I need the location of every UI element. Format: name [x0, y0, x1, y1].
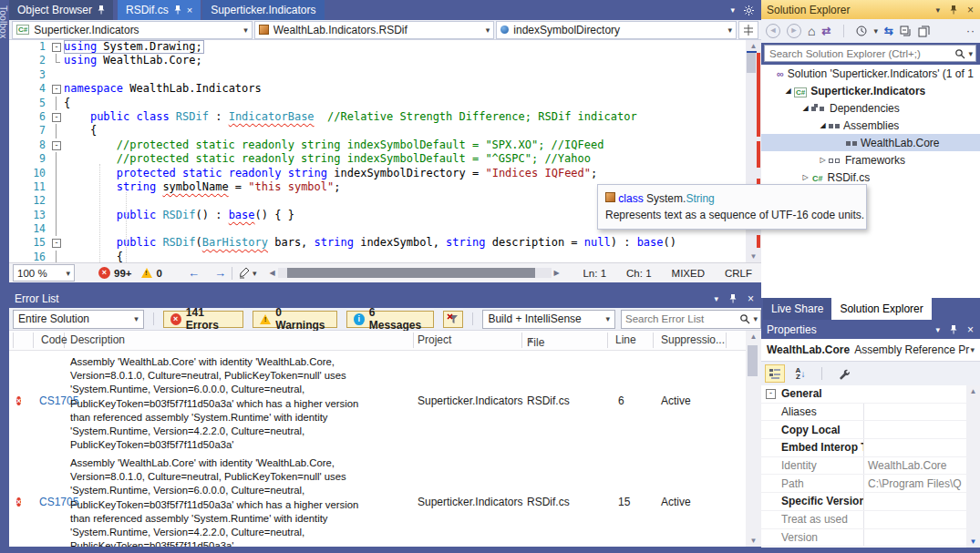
tab-solution-explorer[interactable]: Solution Explorer	[831, 298, 931, 320]
error-list-title-bar[interactable]: Error List ▾ ×	[9, 289, 761, 308]
outlining-margin[interactable]	[49, 222, 64, 236]
window-position-icon[interactable]: ▾	[714, 294, 718, 303]
error-mark[interactable]	[757, 53, 760, 137]
navigate-forward-icon[interactable]: →	[214, 266, 226, 280]
scrollbar-thumb[interactable]	[747, 53, 756, 73]
line-number[interactable]: 15	[9, 236, 49, 250]
search-icon[interactable]	[954, 48, 965, 59]
property-row-embed-interop-ty[interactable]: Embed Interop Ty	[761, 439, 980, 457]
error-list-scrollbar[interactable]: ▲ ▼	[746, 331, 761, 547]
tree-item-solution-superticker-indicators-1-of-1[interactable]: ∞Solution 'Superticker.Indicators' (1 of…	[761, 65, 980, 82]
chevron-down-icon[interactable]: ▾	[730, 5, 735, 15]
search-icon[interactable]	[739, 313, 750, 324]
code-line[interactable]: 3	[9, 68, 746, 82]
scroll-down-icon[interactable]: ▼	[966, 538, 980, 546]
tree-expander-icon[interactable]: ◢	[782, 87, 794, 95]
collapse-all-icon[interactable]	[900, 26, 912, 37]
line-number[interactable]: 4	[9, 82, 49, 96]
line-number[interactable]: 10	[9, 167, 49, 180]
line-number[interactable]: 6	[9, 110, 49, 124]
outlining-margin[interactable]	[49, 152, 64, 166]
pin-icon[interactable]	[729, 294, 737, 303]
warnings-filter-button[interactable]: 0 Warnings	[253, 311, 336, 328]
line-number[interactable]: 7	[9, 124, 49, 138]
switch-views-icon[interactable]: ⇄	[821, 25, 830, 37]
code-line[interactable]: 6- public class RSDif : IndicatorBase //…	[9, 110, 746, 124]
error-list-search-input[interactable]	[622, 313, 739, 324]
code-line[interactable]: 7 {	[9, 124, 746, 138]
property-value[interactable]: WealthLab.Core	[864, 459, 980, 472]
tab-superticker-indicators[interactable]: Superticker.Indicators	[202, 0, 324, 20]
line-number[interactable]: 16	[9, 251, 49, 262]
scrollbar-thumb[interactable]	[748, 345, 758, 376]
build-filter-dropdown[interactable]: Build + IntelliSense ▾	[482, 310, 615, 329]
toolbox-tab-label[interactable]: Toolbox	[0, 5, 9, 38]
warning-count[interactable]: 0	[157, 268, 162, 279]
property-row-identity[interactable]: IdentityWealthLab.Core	[761, 457, 980, 476]
outlining-margin[interactable]: -	[49, 40, 64, 54]
code-line[interactable]: 16 {	[9, 251, 746, 262]
property-row-copy-local[interactable]: Copy Local	[761, 421, 980, 439]
pending-changes-filter-icon[interactable]	[856, 26, 868, 37]
sync-with-active-document-icon[interactable]: ⇆	[884, 25, 893, 37]
split-window-button[interactable]	[738, 21, 758, 39]
pin-icon[interactable]	[950, 325, 957, 334]
horizontal-scrollbar[interactable]	[278, 268, 552, 278]
outlining-margin[interactable]: -	[49, 236, 64, 250]
outlining-margin[interactable]	[49, 180, 64, 194]
outlining-margin[interactable]	[49, 194, 64, 208]
solution-explorer-search-input[interactable]	[765, 48, 954, 59]
close-icon[interactable]: ×	[748, 292, 754, 305]
collapse-region-icon[interactable]: -	[52, 43, 61, 52]
error-list-search[interactable]: ▾	[621, 310, 761, 329]
zoom-level-dropdown[interactable]: 100 % ▾	[13, 264, 75, 282]
outlining-margin[interactable]	[49, 124, 64, 138]
scroll-left-icon[interactable]: ◀	[269, 269, 274, 277]
error-count[interactable]: 99+	[114, 268, 132, 279]
close-icon[interactable]: ×	[967, 4, 974, 16]
chevron-down-icon[interactable]: ▾	[753, 314, 758, 323]
project-dropdown[interactable]: C# Superticker.Indicators ▾	[12, 21, 253, 39]
line-number[interactable]: 5	[9, 97, 49, 110]
properties-scrollbar[interactable]: ▲ ▼	[966, 385, 980, 548]
scrollbar-thumb[interactable]	[287, 268, 535, 278]
tree-expander-icon[interactable]: ▷	[817, 156, 829, 164]
property-row-specific-version[interactable]: Specific Version	[761, 493, 980, 511]
outlining-margin[interactable]: -	[49, 110, 64, 124]
pin-icon[interactable]	[950, 5, 957, 15]
property-row-version[interactable]: Version	[761, 529, 980, 548]
line-number[interactable]: 11	[9, 180, 49, 194]
close-icon[interactable]: ×	[187, 5, 192, 15]
outlining-margin[interactable]	[49, 167, 64, 180]
scroll-right-icon[interactable]: ▶	[554, 269, 560, 277]
line-number[interactable]: 13	[9, 209, 49, 222]
outlining-margin[interactable]	[49, 97, 64, 110]
tab-live-share[interactable]: Live Share	[763, 298, 831, 320]
solution-explorer-title-bar[interactable]: Solution Explorer ▾ ×	[761, 0, 980, 19]
toolbox-rail[interactable]: Toolbox	[0, 0, 9, 553]
forward-icon[interactable]: ►	[787, 24, 801, 38]
navigate-back-icon[interactable]: ←	[188, 266, 200, 280]
column-header-description[interactable]: Description	[70, 333, 125, 346]
home-icon[interactable]: ⌂	[808, 24, 815, 38]
property-pages-button[interactable]	[833, 364, 853, 383]
property-row-treat-as-used[interactable]: Treat as used	[761, 511, 980, 529]
scroll-down-icon[interactable]: ▼	[746, 251, 761, 262]
tab-object-browser[interactable]: Object Browser	[9, 0, 113, 20]
property-row-aliases[interactable]: Aliases	[761, 404, 980, 422]
property-row-path[interactable]: PathC:\Program Files\Q	[761, 475, 980, 493]
member-dropdown[interactable]: indexSymbolDirectory ▾	[496, 21, 737, 39]
line-number[interactable]: 8	[9, 138, 49, 152]
error-row[interactable]: ×CS1705Assembly 'WealthLab.Core' with id…	[9, 351, 746, 452]
tree-expander-icon[interactable]: ▷	[799, 173, 811, 181]
messages-filter-button[interactable]: i 6 Messages	[346, 311, 434, 328]
scroll-up-icon[interactable]: ▲	[746, 333, 761, 341]
warning-count-icon[interactable]	[141, 268, 152, 278]
property-value[interactable]: C:\Program Files\Q	[864, 477, 980, 490]
pin-icon[interactable]	[98, 5, 105, 15]
code-line[interactable]: 5{	[9, 97, 746, 110]
alphabetical-view-button[interactable]: AZ ↓	[790, 364, 810, 383]
close-icon[interactable]: ×	[967, 323, 974, 336]
code-line[interactable]: 9 //protected static readonly string ind…	[9, 152, 746, 166]
error-count-icon[interactable]: ×	[98, 267, 110, 279]
